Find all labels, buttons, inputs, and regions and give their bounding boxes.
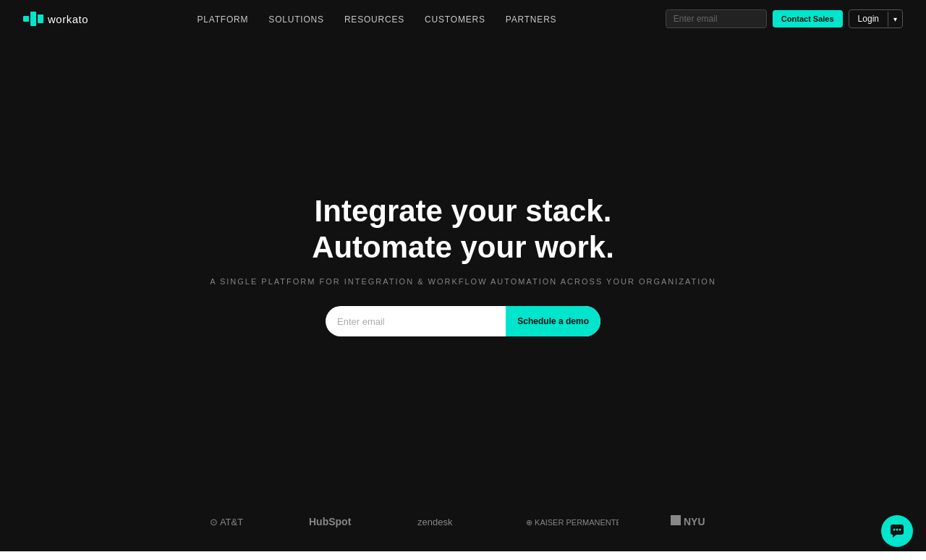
- svg-point-12: [896, 529, 899, 531]
- nav-solutions[interactable]: SOLUTIONS: [268, 14, 324, 25]
- login-button-group: Login ▾: [849, 9, 903, 28]
- schedule-demo-button[interactable]: Schedule a demo: [506, 306, 600, 336]
- svg-rect-1: [30, 12, 36, 26]
- svg-rect-0: [23, 16, 29, 22]
- hero-email-input[interactable]: [326, 316, 506, 327]
- logo-att: ⊙ AT&T: [206, 509, 257, 531]
- nav-email-input[interactable]: [666, 9, 767, 28]
- logo-nyu: NYU: [669, 509, 720, 531]
- nav-customers[interactable]: CUSTOMERS: [425, 14, 485, 25]
- hero-form: Schedule a demo: [326, 306, 600, 336]
- navbar: workato PLATFORM SOLUTIONS RESOURCES CUS…: [0, 0, 926, 38]
- svg-marker-10: [893, 535, 896, 538]
- contact-sales-button[interactable]: Contact Sales: [773, 10, 843, 27]
- logo[interactable]: workato: [23, 12, 88, 26]
- nav-resources[interactable]: RESOURCES: [344, 14, 404, 25]
- svg-text:⊕ KAISER PERMANENTE.: ⊕ KAISER PERMANENTE.: [526, 518, 619, 527]
- hero-headline: Integrate your stack. Automate your work…: [312, 193, 614, 266]
- svg-text:NYU: NYU: [684, 516, 705, 527]
- svg-point-13: [899, 529, 901, 531]
- logo-text: workato: [48, 13, 88, 25]
- workato-logo-icon: [23, 12, 43, 26]
- login-button[interactable]: Login: [849, 10, 888, 27]
- chat-bubble[interactable]: [881, 515, 913, 547]
- svg-text:zendesk: zendesk: [417, 517, 453, 527]
- svg-point-11: [893, 529, 896, 531]
- hero-section: Integrate your stack. Automate your work…: [0, 0, 926, 492]
- nav-partners[interactable]: PARTNERS: [506, 14, 557, 25]
- logos-strip: ⊙ AT&T HubSpot zendesk ⊕ KAISER PERMANEN…: [0, 492, 926, 551]
- nav-links: PLATFORM SOLUTIONS RESOURCES CUSTOMERS P…: [197, 12, 556, 25]
- hero-subtitle: A SINGLE PLATFORM FOR INTEGRATION & WORK…: [210, 277, 716, 286]
- nav-platform[interactable]: PLATFORM: [197, 14, 248, 25]
- nav-right-actions: Contact Sales Login ▾: [666, 9, 903, 28]
- svg-text:HubSpot: HubSpot: [309, 516, 352, 527]
- logo-hubspot: HubSpot: [307, 509, 365, 531]
- logo-kaiser: ⊕ KAISER PERMANENTE.: [524, 509, 619, 531]
- svg-rect-2: [38, 14, 43, 23]
- login-dropdown-button[interactable]: ▾: [888, 12, 902, 27]
- svg-text:⊙ AT&T: ⊙ AT&T: [210, 517, 243, 527]
- svg-rect-7: [671, 515, 681, 525]
- bottom-section: Less work. More flow. It's easy to build…: [0, 551, 926, 560]
- logo-zendesk: zendesk: [416, 509, 474, 531]
- chat-icon: [889, 523, 905, 539]
